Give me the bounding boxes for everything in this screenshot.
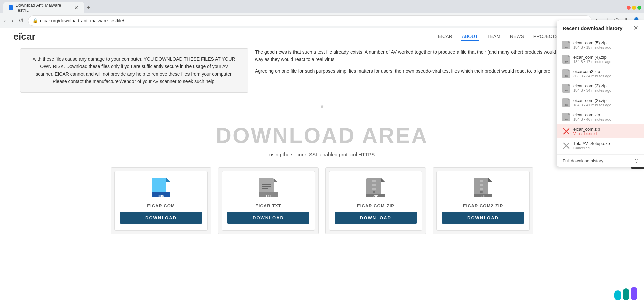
svg-rect-37 (562, 69, 568, 77)
dl-item-6-name: eicar_com.zip (573, 112, 638, 117)
dl-item-2-icon: ZIP (562, 55, 570, 64)
download-card-3: ZIP EICAR.COM-ZIP DOWNLOAD (325, 167, 426, 234)
chat-bubbles (614, 287, 637, 300)
svg-rect-16 (372, 180, 376, 182)
svg-marker-24 (488, 178, 492, 182)
dl-item-5-icon: ZIP (562, 98, 570, 107)
download-btn-4[interactable]: DOWNLOAD (442, 212, 524, 224)
tab-favicon (9, 5, 13, 10)
download-card-2: TXT EICAR.TXT DOWNLOAD (218, 167, 319, 234)
star-divider: ★ (0, 96, 644, 117)
download-panel: Recent download history ✕ ZIP eicar_com … (557, 20, 644, 167)
site-logo: ★ eicar (13, 31, 35, 42)
svg-rect-43 (562, 98, 568, 106)
svg-text:ZIP: ZIP (373, 194, 378, 198)
download-btn-1[interactable]: DOWNLOAD (120, 212, 202, 224)
forward-button[interactable]: › (10, 16, 15, 26)
download-area-title: DOWNLOAD AREA (0, 117, 644, 151)
dl-item-8-info: TotalAV_Setup.exe Cancelled (573, 141, 638, 150)
svg-marker-38 (568, 69, 570, 71)
svg-rect-18 (372, 188, 376, 190)
file-icon-zip1: ZIP (366, 178, 385, 200)
dl-item-5-info: eicar_com (2).zip 184 B • 41 minutes ago (573, 98, 638, 107)
svg-rect-8 (262, 184, 271, 185)
svg-point-28 (480, 191, 483, 193)
dl-item-3[interactable]: ZIP eicarcom2.zip 308 B • 34 minutes ago (557, 66, 644, 81)
dl-item-2-name: eicar_com (4).zip (573, 55, 638, 60)
panel-close-button[interactable]: ✕ (633, 25, 638, 31)
dl-item-2-meta: 184 B • 17 minutes ago (573, 60, 638, 64)
nav-team[interactable]: TEAM (487, 32, 501, 41)
download-cards: COM EICAR.COM DOWNLOAD (0, 167, 644, 234)
window-maximize-button[interactable] (637, 6, 641, 10)
dl-item-3-info: eicarcom2.zip 308 B • 34 minutes ago (573, 69, 638, 78)
refresh-button[interactable]: ↺ (17, 16, 25, 26)
nav-eicar[interactable]: EICAR (437, 32, 453, 41)
svg-marker-2 (166, 178, 170, 182)
dl-item-3-icon: ZIP (562, 69, 570, 78)
window-minimize-button[interactable] (632, 6, 636, 10)
dl-item-6[interactable]: ZIP eicar_com.zip 184 B • 46 minutes ago (557, 110, 644, 124)
dl-item-3-name: eicarcom2.zip (573, 69, 638, 74)
dl-item-8[interactable]: TotalAV_Setup.exe Cancelled (557, 138, 644, 153)
active-tab[interactable]: Download Anti Malware Testfil... ✕ (3, 2, 84, 13)
dl-item-7[interactable]: eicar_com.zip Virus detected (557, 124, 644, 138)
download-btn-3[interactable]: DOWNLOAD (335, 212, 417, 224)
panel-items: ZIP eicar_com (5).zip 184 B • 15 minutes… (557, 36, 644, 154)
svg-text:TXT: TXT (266, 194, 272, 198)
svg-text:ZIP: ZIP (565, 89, 568, 91)
dl-item-6-meta: 184 B • 46 minutes ago (573, 117, 638, 121)
window-controls (627, 6, 644, 10)
dl-item-1-name: eicar_com (5).zip (573, 40, 638, 45)
panel-header: Recent download history ✕ (557, 20, 644, 36)
full-history-link[interactable]: Full download history (562, 158, 603, 163)
nav-about[interactable]: ABOUT (461, 32, 479, 41)
dl-item-2-info: eicar_com (4).zip 184 B • 17 minutes ago (573, 55, 638, 64)
url-bar[interactable]: 🔒 eicar.org/download-anti-malware-testfi… (28, 15, 592, 26)
download-card-inner-1: COM EICAR.COM DOWNLOAD (114, 171, 208, 231)
dl-item-5-meta: 184 B • 41 minutes ago (573, 103, 638, 107)
svg-text:ZIP: ZIP (565, 61, 568, 63)
svg-rect-27 (480, 188, 483, 190)
tab-bar: Download Anti Malware Testfil... ✕ + (0, 0, 644, 13)
dl-item-3-meta: 308 B • 34 minutes ago (573, 74, 638, 78)
address-bar: ‹ › ↺ 🔒 eicar.org/download-anti-malware-… (0, 13, 644, 28)
dl-item-2[interactable]: ZIP eicar_com (4).zip 184 B • 17 minutes… (557, 52, 644, 66)
dl-item-5[interactable]: ZIP eicar_com (2).zip 184 B • 41 minutes… (557, 95, 644, 110)
dl-item-1-info: eicar_com (5).zip 184 B • 15 minutes ago (573, 40, 638, 49)
back-button[interactable]: ‹ (3, 16, 7, 26)
svg-marker-44 (568, 98, 570, 100)
download-btn-2[interactable]: DOWNLOAD (227, 212, 309, 224)
dl-item-7-info: eicar_com.zip Virus detected (573, 127, 638, 136)
new-tab-button[interactable]: + (84, 4, 93, 12)
tab-title: Download Anti Malware Testfil... (16, 3, 71, 13)
svg-rect-9 (262, 186, 271, 187)
tab-close-button[interactable]: ✕ (74, 5, 78, 11)
dl-item-4-meta: 184 B • 34 minutes ago (573, 88, 638, 93)
dl-item-1-meta: 184 B • 15 minutes ago (573, 45, 638, 49)
dl-item-7-meta: Virus detected (573, 132, 638, 136)
page-content: ★ eicar EICAR ABOUT TEAM NEWS PROJECTS M… (0, 28, 644, 234)
svg-rect-46 (562, 113, 568, 120)
svg-text:ZIP: ZIP (565, 75, 568, 77)
chat-widget[interactable] (614, 287, 637, 300)
card-filename-3: EICAR.COM-ZIP (357, 203, 394, 208)
window-close-button[interactable] (627, 6, 631, 10)
open-in-new-icon[interactable]: ⬡ (634, 158, 638, 163)
dl-item-4[interactable]: ZIP eicar_com (3).zip 184 B • 34 minutes… (557, 81, 644, 95)
card-filename-1: EICAR.COM (147, 203, 175, 208)
dl-item-8-icon (562, 141, 570, 150)
divider-star: ★ (319, 103, 325, 110)
dl-item-1[interactable]: ZIP eicar_com (5).zip 184 B • 15 minutes… (557, 38, 644, 52)
dl-item-4-info: eicar_com (3).zip 184 B • 34 minutes ago (573, 83, 638, 93)
warning-text: with these files cause any damage to you… (31, 55, 238, 85)
svg-marker-7 (274, 178, 278, 182)
nav-projects[interactable]: PROJECTS (533, 32, 559, 41)
svg-text:ZIP: ZIP (565, 104, 568, 106)
url-text: eicar.org/download-anti-malware-testfile… (40, 18, 124, 23)
nav-news[interactable]: NEWS (509, 32, 525, 41)
svg-text:COM: COM (158, 194, 165, 198)
download-subtitle: using the secure, SSL enabled protocol H… (0, 151, 644, 157)
site-nav: ★ eicar EICAR ABOUT TEAM NEWS PROJECTS M… (0, 28, 644, 45)
download-card-1: COM EICAR.COM DOWNLOAD (111, 167, 211, 234)
